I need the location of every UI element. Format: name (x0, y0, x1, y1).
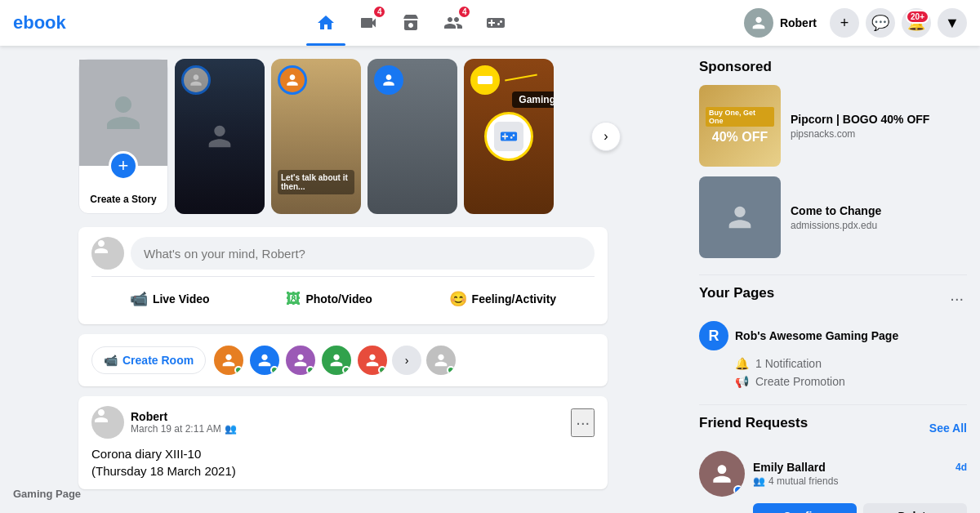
nav-marketplace[interactable] (391, 3, 430, 42)
live-video-icon: 📹 (130, 290, 148, 308)
post-privacy-icon: 👥 (225, 423, 237, 435)
create-story-label: Create a Story (90, 194, 156, 205)
post-user: Robert March 19 at 2:11 AM 👥 (91, 406, 237, 439)
story-avatar-3 (374, 65, 403, 95)
post-more-btn[interactable]: ··· (571, 408, 595, 437)
friend-name[interactable]: Emily Ballard (753, 461, 826, 474)
online-dot-more (447, 366, 455, 374)
pages-section: Your Pages ··· R Rob's Awesome Gaming Pa… (699, 285, 967, 388)
user-name: Robert (780, 16, 817, 29)
rooms-avatar-3[interactable] (284, 344, 317, 377)
story-avatar-gaming (470, 65, 500, 95)
rooms-avatar-2[interactable] (248, 344, 281, 377)
tooltip-line (505, 74, 537, 82)
create-room-icon: 📹 (104, 354, 118, 367)
story-card-gaming[interactable]: Gaming (464, 59, 554, 214)
user-profile-btn[interactable]: Robert (737, 5, 823, 41)
rooms-avatar-4[interactable] (320, 344, 353, 377)
post-username[interactable]: Robert (131, 410, 237, 423)
account-dropdown-btn[interactable]: ▼ (938, 8, 967, 38)
feeling-btn[interactable]: 😊 Feeling/Activity (436, 283, 569, 314)
main-content: + Create a Story (65, 59, 621, 513)
notification-badge: 20+ (906, 10, 929, 24)
ad-item-2[interactable]: Come to Change admissions.pdx.edu (699, 176, 967, 258)
gaming-circle-inner (491, 118, 527, 154)
nav-groups[interactable]: 4 (434, 3, 473, 42)
notifications-btn[interactable]: 🔔 20+ (902, 8, 931, 38)
rooms-avatar-5[interactable] (356, 344, 389, 377)
sponsored-title: Sponsored (699, 59, 967, 75)
create-room-btn[interactable]: 📹 Create Room (91, 346, 206, 374)
rooms-next-btn[interactable]: › (392, 346, 421, 375)
ad-title-2: Come to Change (791, 203, 881, 218)
feeling-label: Feeling/Activity (472, 292, 556, 306)
nav-center: 4 4 (91, 3, 731, 42)
page-actions: 🔔 1 Notification 📢 Create Promotion (699, 357, 967, 388)
composer-card: 📹 Live Video 🖼 Photo/Video 😊 Feeling/Act… (78, 227, 608, 324)
story-card-1[interactable] (175, 59, 265, 214)
composer-actions: 📹 Live Video 🖼 Photo/Video 😊 Feeling/Act… (91, 283, 595, 314)
ad-info-1: Pipcorn | BOGO 40% OFF pipsnacks.com (791, 85, 929, 167)
feeling-icon: 😊 (449, 290, 467, 308)
create-story-card[interactable]: + Create a Story (78, 59, 168, 214)
friend-btns: Confirm Delete (699, 503, 967, 513)
promotion-item[interactable]: 📢 Create Promotion (735, 375, 967, 388)
post-title: Corona diary XIII-10 (Thursday 18 March … (91, 445, 595, 480)
photo-video-icon: 🖼 (286, 291, 301, 308)
nav-home[interactable] (306, 3, 345, 42)
friend-online-indicator (733, 485, 743, 495)
post-user-info: Robert March 19 at 2:11 AM 👥 (131, 410, 237, 435)
gaming-circle (484, 112, 533, 161)
promotion-label: Create Promotion (755, 375, 845, 388)
rooms-row: 📹 Create Room (91, 344, 595, 377)
confirm-btn[interactable]: Confirm (753, 503, 857, 513)
create-story-bg (79, 60, 167, 166)
story-card-3[interactable] (368, 59, 457, 214)
rooms-avatar-1[interactable] (212, 344, 245, 377)
stories-container: + Create a Story (78, 59, 608, 214)
divider-2 (699, 404, 967, 405)
navbar: ebook 4 4 Robert + 💬 🔔 20+ (0, 0, 980, 46)
nav-watch[interactable]: 4 (349, 3, 388, 42)
post-user-avatar[interactable] (91, 406, 124, 439)
composer-input[interactable] (131, 237, 595, 270)
nav-gaming[interactable] (476, 3, 515, 42)
photo-video-label: Photo/Video (305, 292, 372, 306)
stories-next-btn[interactable]: › (591, 122, 608, 151)
story-card-2[interactable]: Let's talk about it then... (271, 59, 361, 214)
friend-requests-title-row: Friend Requests See All (699, 415, 967, 441)
page-icon: R (699, 321, 728, 350)
composer-avatar (91, 237, 124, 270)
friend-time: 4d (956, 462, 967, 473)
nav-right: Robert + 💬 🔔 20+ ▼ (737, 5, 967, 41)
live-video-btn[interactable]: 📹 Live Video (117, 283, 223, 314)
stories-wrapper: + Create a Story (78, 59, 608, 214)
post-header: Robert March 19 at 2:11 AM 👥 ··· (91, 406, 595, 439)
messenger-btn[interactable]: 💬 (866, 8, 895, 38)
online-dot-4 (342, 366, 350, 374)
post-date: March 19 at 2:11 AM (131, 423, 221, 435)
rooms-avatar-more[interactable] (425, 344, 457, 377)
page-name: Rob's Awesome Gaming Page (735, 329, 898, 342)
add-btn[interactable]: + (830, 8, 859, 38)
page-item[interactable]: R Rob's Awesome Gaming Page (699, 321, 967, 350)
delete-btn[interactable]: Delete (863, 503, 967, 513)
ad-info-2: Come to Change admissions.pdx.edu (791, 176, 881, 258)
notification-item[interactable]: 🔔 1 Notification (735, 357, 967, 370)
ad-url-1: pipsnacks.com (791, 128, 929, 140)
live-video-label: Live Video (153, 292, 210, 306)
ad-item-1[interactable]: Buy One, Get One 40% OFF Pipcorn | BOGO … (699, 85, 967, 167)
pages-title-row: Your Pages ··· (699, 285, 967, 311)
online-dot-5 (378, 366, 386, 374)
online-dot-2 (270, 366, 278, 374)
pages-title: Your Pages (699, 285, 774, 301)
friend-avatar[interactable] (699, 451, 745, 497)
watch-badge: 4 (372, 5, 387, 19)
photo-video-btn[interactable]: 🖼 Photo/Video (273, 283, 385, 314)
see-all-link[interactable]: See All (929, 422, 967, 435)
user-avatar (744, 8, 773, 38)
create-story-top: + (79, 60, 167, 166)
sponsored-section: Sponsored Buy One, Get One 40% OFF Pipco… (699, 59, 967, 258)
pages-more-btn[interactable]: ··· (947, 286, 967, 311)
megaphone-icon: 📢 (735, 375, 749, 388)
